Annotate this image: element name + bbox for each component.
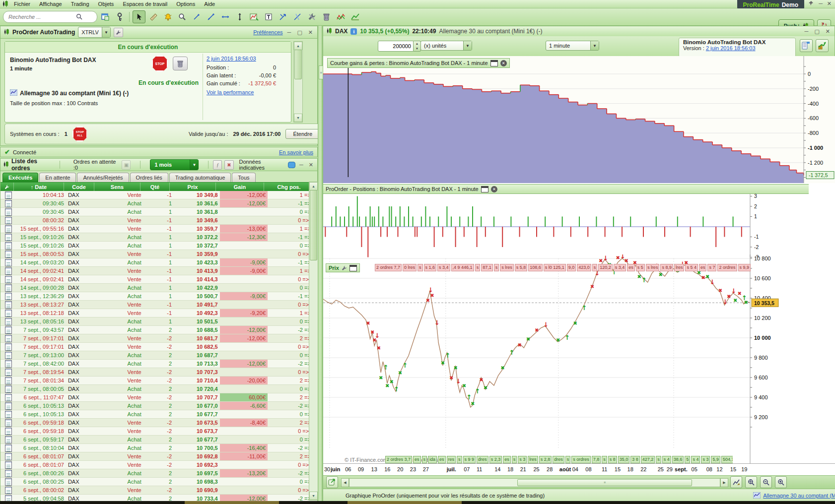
table-row[interactable]: 7 sept., 09:43:57DAXAchat210 688,5-12,00… xyxy=(0,326,317,334)
table-row[interactable]: 6 sept., 10:05:13DAXAchat210 677,0-6,60€… xyxy=(0,402,317,410)
column-splitter[interactable]: ≡ xyxy=(318,26,323,501)
chart-tool-icon[interactable] xyxy=(348,10,361,23)
table-row[interactable]: 6 sept., 09:59:17DAXAchat210 677,70 => 2 xyxy=(0,436,317,444)
table-row[interactable]: 7 sept., 09:17:01DAXVente-210 681,7-12,0… xyxy=(0,334,317,343)
table-row[interactable]: 14 sept., 09:03:20DAXAchat110 423,3-9,00… xyxy=(0,258,317,267)
sell-order-tag[interactable]: s 3,4 xyxy=(614,264,626,271)
extend-button[interactable]: Étendre xyxy=(285,129,320,139)
scroll-down-icon[interactable]: ▼ xyxy=(294,114,302,122)
positions-chart-titlebar[interactable]: ProOrder - Positions : Binomio AutoTradi… xyxy=(323,184,809,194)
clear-filter-icon[interactable]: ✖ xyxy=(224,160,233,170)
order-doc-icon[interactable] xyxy=(5,318,12,325)
cursor-icon[interactable] xyxy=(133,10,145,23)
table-row[interactable]: 10:04:13DAXVente-110 349,8-12,00€1 => 0 xyxy=(0,191,317,199)
column-header-chgpos[interactable]: Chg pos. xyxy=(264,183,314,191)
order-doc-icon[interactable] xyxy=(5,242,12,250)
horizontal-line-tool-icon[interactable] xyxy=(219,10,232,23)
table-row[interactable]: 7 sept., 08:01:34DAXVente-210 710,4-20,0… xyxy=(0,377,317,385)
stop-system-button[interactable]: STOP xyxy=(152,56,168,71)
column-header-qt[interactable]: Qté xyxy=(140,183,170,191)
gains-chart-titlebar[interactable]: Courbe gains & pertes : Binomio AutoTrad… xyxy=(327,58,510,68)
sell-order-tag[interactable]: 108,6 xyxy=(528,264,543,271)
scroll-left-icon[interactable]: ◀ xyxy=(341,478,349,487)
delete-trash-icon[interactable] xyxy=(320,10,333,23)
buy-order-tag[interactable]: es xyxy=(413,456,421,463)
arrow-tool-icon[interactable] xyxy=(277,10,289,23)
stop-all-button[interactable]: STOP ALL xyxy=(72,126,87,141)
column-tools-icon[interactable] xyxy=(0,183,14,191)
spin-up-icon[interactable]: ▲ xyxy=(416,42,418,45)
order-doc-icon[interactable] xyxy=(5,487,12,494)
preferences-link[interactable]: Préférences xyxy=(253,29,282,35)
version-date-link[interactable]: 2 juin 2016 18:56:03 xyxy=(706,45,756,51)
zoom-in-icon[interactable] xyxy=(775,476,787,488)
table-row[interactable]: 13 sept., 08:12:18DAXVente-110 492,3-9,2… xyxy=(0,309,317,317)
price-pane-label[interactable]: Prix xyxy=(326,263,360,272)
chart-scrollbar[interactable]: ≡ xyxy=(349,478,720,487)
sell-order-tag[interactable]: ,4 9 446,1 xyxy=(451,264,474,271)
sell-order-tag[interactable]: lres xyxy=(674,264,685,271)
sell-order-tag[interactable]: es xyxy=(699,264,707,271)
table-row[interactable]: 15 sept., 08:00:53DAXVente-110 359,90 =>… xyxy=(0,250,317,258)
table-row[interactable]: 13 sept., 08:13:27DAXVente-110 491,70 =>… xyxy=(0,301,317,309)
order-doc-icon[interactable] xyxy=(5,428,12,435)
sell-order-tag[interactable]: 87,1 xyxy=(481,264,493,271)
order-doc-icon[interactable] xyxy=(5,470,12,477)
buy-order-tag[interactable]: ida xyxy=(428,456,437,463)
sell-order-tag[interactable]: s 9,9 xyxy=(738,264,751,271)
table-row[interactable]: 6 sept., 08:10:04DAXAchat210 700,5-16,40… xyxy=(0,444,317,452)
buy-order-tag[interactable]: 7,8 xyxy=(592,456,601,463)
buy-order-tag[interactable]: s 2,3 xyxy=(489,456,502,463)
order-doc-icon[interactable] xyxy=(5,301,12,309)
table-row[interactable]: 6 sept., 09:59:18DAXVente-210 673,70 => … xyxy=(0,427,317,436)
buy-order-tag[interactable]: s 4 xyxy=(662,456,671,463)
order-doc-icon[interactable] xyxy=(5,293,12,300)
buy-order-tag[interactable]: 38,6 xyxy=(672,456,684,463)
close-icon[interactable]: ✕ xyxy=(491,186,497,192)
table-row[interactable]: 7 sept., 09:17:01DAXVente-210 682,50 => … xyxy=(0,343,317,351)
orders-scrollbar[interactable]: ▲ ▼ xyxy=(309,182,318,501)
unit-select[interactable]: (x) unités ▼ xyxy=(420,41,472,51)
order-doc-icon[interactable] xyxy=(5,310,12,317)
sell-order-tag[interactable]: 423,0 xyxy=(577,264,591,271)
settings-wrench-icon[interactable] xyxy=(114,28,123,37)
order-doc-icon[interactable] xyxy=(5,419,12,427)
version-date-link[interactable]: 2 juin 2016 18:56:03 xyxy=(207,56,276,62)
sell-order-tag[interactable]: s 5 4 xyxy=(685,264,698,271)
wrench-icon[interactable] xyxy=(342,265,347,271)
sell-order-tag[interactable]: s xyxy=(475,264,481,271)
order-doc-icon[interactable] xyxy=(5,377,12,384)
order-doc-icon[interactable] xyxy=(5,453,12,460)
sell-order-tag[interactable]: s 1,6 xyxy=(424,264,437,271)
order-doc-icon[interactable] xyxy=(5,208,12,216)
buy-order-tag[interactable]: res xyxy=(447,456,456,463)
order-doc-icon[interactable] xyxy=(5,276,12,283)
tab-annul-s-rejet-s[interactable]: Annulés/Rejetés xyxy=(77,173,129,182)
close-icon[interactable]: ✕ xyxy=(500,60,507,66)
order-doc-icon[interactable] xyxy=(5,200,12,207)
new-workspace-icon[interactable] xyxy=(99,10,112,23)
panel-close-icon[interactable]: ✕ xyxy=(307,162,315,168)
pin-icon[interactable] xyxy=(807,0,815,7)
scroll-up-icon[interactable]: ▲ xyxy=(294,42,302,50)
menu-item-objets[interactable]: Objets xyxy=(94,0,119,7)
menu-item-options[interactable]: Options xyxy=(172,0,200,7)
buy-order-tag[interactable]: s xyxy=(512,456,517,463)
trendline-tool-icon[interactable] xyxy=(205,10,217,23)
segment-tool-icon[interactable] xyxy=(190,10,203,23)
zoom-magnifier-icon[interactable] xyxy=(176,10,189,23)
table-row[interactable]: 6 sept., 08:01:07DAXVente-210 692,30 => … xyxy=(0,461,317,469)
learn-more-link[interactable]: En savoir plus xyxy=(279,149,313,155)
proorder-scrollbar[interactable]: ▲ ▼ xyxy=(293,41,303,123)
performance-link[interactable]: Voir la performance xyxy=(207,89,276,95)
zoom-out-icon[interactable] xyxy=(760,476,772,488)
order-doc-icon[interactable] xyxy=(5,284,12,292)
table-row[interactable]: 15 sept., 09:10:26DAXAchat110 372,70 => … xyxy=(0,242,317,250)
buy-order-tag[interactable]: s 3 xyxy=(518,456,527,463)
buy-order-tag[interactable]: 427,2 xyxy=(641,456,655,463)
buy-order-tag[interactable]: s 2,8 xyxy=(539,456,552,463)
gains-chart[interactable]: 0-200-400-600-800-1 000-1 200-1 372,5 xyxy=(323,56,835,183)
order-doc-icon[interactable] xyxy=(5,402,12,410)
column-header-date[interactable]: ↑ Date xyxy=(14,183,64,191)
timeframe-select[interactable]: 1 minute ▼ xyxy=(546,41,599,51)
